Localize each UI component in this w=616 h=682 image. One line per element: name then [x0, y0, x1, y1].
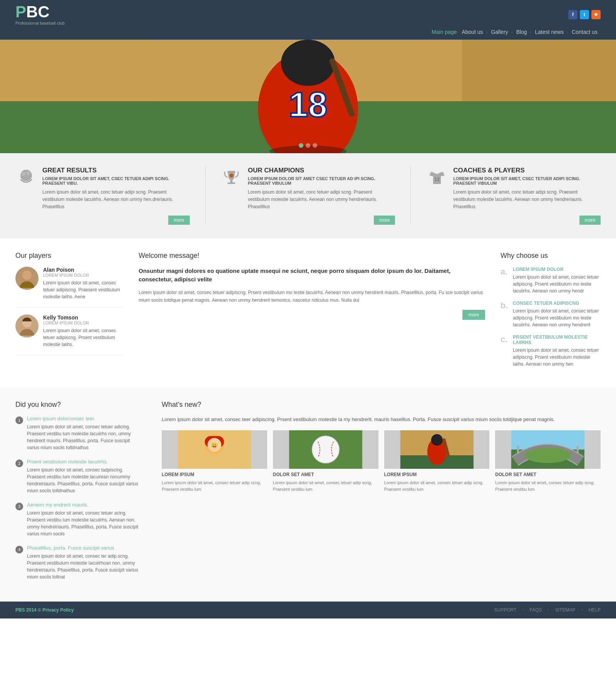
why-content-3: PRSENT VESTIBULUM MOLESTIE LAIIRHS Lorem…	[513, 334, 601, 368]
twitter-icon[interactable]: t	[580, 10, 589, 19]
svg-rect-35	[517, 446, 519, 453]
svg-point-17	[22, 271, 32, 280]
why-content-2: CONSEC TETUER ADIPISCNG Lorem ipsum dolo…	[513, 301, 601, 328]
why-item-1: a. LOREM IPSUM DOLOR Lorem ipsum dolor s…	[500, 267, 601, 294]
nav-latest-news[interactable]: Latest news	[535, 29, 564, 35]
feature-1-title: GREAT RESULTS	[42, 167, 190, 174]
player-avatar-2	[15, 314, 38, 338]
whats-new-title: What's new?	[162, 401, 601, 409]
footer-link-support[interactable]: SUPPORT	[494, 607, 517, 613]
welcome-title: Welcome message!	[139, 252, 485, 260]
player-avatar-1	[15, 267, 38, 290]
player-1-desc: Lorem ipsum dolor sit amet, consec tetue…	[43, 279, 123, 300]
why-title: Why choose us	[500, 252, 601, 260]
svg-point-34	[525, 448, 571, 463]
facebook-icon[interactable]: f	[568, 10, 578, 19]
footer-sep-1: •	[522, 607, 524, 613]
svg-point-9	[20, 170, 32, 181]
news-card-2: DOLOR SET AMET Lorem ipsum dolor sit ame…	[273, 430, 378, 492]
footer-sep-3: •	[581, 607, 583, 613]
svg-rect-12	[230, 179, 233, 182]
did-link-3[interactable]: Aeneon my endrerit mauris.	[27, 502, 142, 508]
feature-our-champions-content: OUR CHAMPIONS LOREM IPSUM DOLOR SIT AMET…	[248, 167, 395, 225]
nav-dot-2: ●	[486, 30, 488, 34]
why-letter-a: a.	[500, 267, 508, 294]
feature-our-champions: OUR CHAMPIONS LOREM IPSUM DOLOR SIT AMET…	[221, 167, 395, 225]
did-content-3: Aeneon my endrerit mauris. Lorem ipsum d…	[27, 502, 142, 537]
did-num-3: 3	[15, 503, 23, 510]
did-text-4: Lorem ipsum dolor sit amet, consec ter a…	[27, 553, 142, 580]
did-link-2[interactable]: Prsent vestibulum molestie lacuiirhs.	[27, 459, 142, 465]
did-item-2: 2 Prsent vestibulum molestie lacuiirhs. …	[15, 459, 142, 494]
welcome-column: Welcome message! Onsuntur magni dolores …	[139, 252, 485, 374]
footer-left: PBS 2014 © Privacy Policy	[15, 607, 74, 613]
header: PBC Professional baseball club f t ★	[0, 0, 616, 29]
footer-link-sitemap[interactable]: SITEMAP	[555, 607, 576, 613]
why-text-3: Lorem ipsum dolor sit amet, consec tetue…	[513, 347, 601, 368]
did-content-2: Prsent vestibulum molestie lacuiirhs. Lo…	[27, 459, 142, 494]
footer: PBS 2014 © Privacy Policy SUPPORT • FAQS…	[0, 602, 616, 618]
news-card-4-text: Lorem ipsum dolor sit amet, consec tetue…	[495, 480, 601, 492]
footer-link-faqs[interactable]: FAQS	[530, 607, 542, 613]
news-card-2-text: Lorem ipsum dolor sit amet, consec tetue…	[273, 480, 378, 492]
footer-link-help[interactable]: HELP	[589, 607, 601, 613]
nav-dot-5: ●	[567, 30, 569, 34]
hero-dot-2[interactable]	[306, 143, 310, 148]
feature-icon-trophy	[221, 167, 242, 188]
nav-dot-1: ●	[457, 30, 459, 34]
feature-icon-glove	[15, 167, 37, 188]
footer-copy: 2014 © Privacy Policy	[26, 607, 74, 613]
svg-point-14	[229, 174, 233, 177]
svg-point-26	[312, 436, 339, 463]
nav-about-us[interactable]: About us	[462, 29, 483, 35]
hero-banner: 18	[0, 40, 616, 153]
player-1-info: Alan Poison LOREM IPSUM DOLOR Lorem ipsu…	[43, 267, 123, 300]
hero-image: 18	[0, 40, 616, 153]
feature-2-more-btn[interactable]: more	[374, 216, 395, 225]
news-img-3	[384, 430, 490, 469]
nav-dot-4: ●	[530, 30, 532, 34]
feature-2-subtitle: LOREM IPSUM DOLOR SIT AMET CSEC TETUER A…	[248, 176, 395, 186]
nav-contact-us[interactable]: Contact us	[572, 29, 598, 35]
why-link-1[interactable]: LOREM IPSUM DOLOR	[513, 267, 601, 272]
hero-dot-3[interactable]	[313, 143, 317, 148]
did-item-3: 3 Aeneon my endrerit mauris. Lorem ipsum…	[15, 502, 142, 537]
hero-slider-dots	[299, 143, 317, 148]
feature-icon-jersey: 12	[426, 167, 447, 188]
logo-subtitle: Professional baseball club	[15, 21, 65, 25]
nav-main-page[interactable]: Main page	[432, 29, 457, 35]
news-card-4-title: DOLOR SET AMET	[495, 472, 601, 477]
player-1-name: Alan Poison	[43, 267, 123, 273]
logo-text: PBC	[15, 4, 65, 20]
feature-1-more-btn[interactable]: more	[168, 216, 189, 225]
welcome-more-btn[interactable]: more	[462, 310, 485, 320]
news-card-1-text: Lorem ipsum dolor sit amet, consec tetue…	[162, 480, 267, 492]
player-item-1: Alan Poison LOREM IPSUM DOLOR Lorem ipsu…	[15, 267, 123, 308]
features-section: GREAT RESULTS LOREM IPSUM DOLOR SIT AMET…	[0, 153, 616, 238]
hero-dot-1[interactable]	[299, 143, 303, 148]
why-link-3[interactable]: PRSENT VESTIBULUM MOLESTIE LAIIRHS	[513, 334, 601, 345]
social-icons: f t ★	[568, 10, 601, 19]
did-item-1: 1 Lorem ipsum dolorconsec teer. Lorem ip…	[15, 416, 142, 451]
did-you-know-column: Did you know? 1 Lorem ipsum dolorconsec …	[15, 401, 142, 588]
player-2-info: Kelly Tomson LOREM IPSUM DOLOR Lorem ips…	[43, 314, 123, 348]
why-text-2: Lorem ipsum dolor sit amet, consec tetue…	[513, 308, 601, 328]
player-item-2: Kelly Tomson LOREM IPSUM DOLOR Lorem ips…	[15, 314, 123, 355]
feature-3-more-btn[interactable]: more	[579, 216, 601, 225]
feature-2-text: Lorem ipsum dolor sit amet, conc tetuer …	[248, 189, 395, 211]
did-link-4[interactable]: Phasellllus, porta. Fusce suscipit variu…	[27, 545, 142, 551]
why-text-1: Lorem ipsum dolor sit amet, consec tetue…	[513, 274, 601, 294]
feature-1-text: Lorem ipsum dolor sit amet, conc tetuer …	[42, 189, 190, 211]
svg-point-4	[281, 40, 335, 86]
players-title: Our players	[15, 252, 123, 260]
did-content-1: Lorem ipsum dolorconsec teer. Lorem ipsu…	[27, 416, 142, 451]
rss-icon[interactable]: ★	[591, 10, 601, 19]
why-link-2[interactable]: CONSEC TETUER ADIPISCNG	[513, 301, 601, 306]
nav-gallery[interactable]: Gallery	[491, 29, 508, 35]
player-1-role: LOREM IPSUM DOLOR	[43, 273, 123, 277]
nav-blog[interactable]: Blog	[516, 29, 527, 35]
whats-new-intro: Lorem ipsum dolor sit amet, consec teer …	[162, 416, 601, 424]
did-text-2: Lorem ipsum dolor sit amet, consec tadpi…	[27, 466, 142, 494]
did-link-1[interactable]: Lorem ipsum dolorconsec teer.	[27, 416, 142, 421]
did-num-2: 2	[15, 460, 23, 467]
